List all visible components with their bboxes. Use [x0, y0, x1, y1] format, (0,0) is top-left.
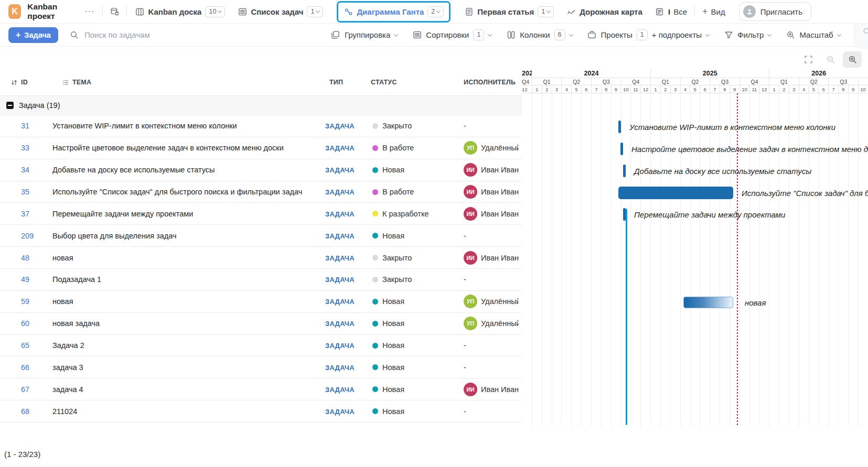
table-row[interactable]: 66задача 3ЗАДАЧАНовая-: [0, 356, 522, 378]
filter-dropdown[interactable]: Фильтр: [724, 30, 771, 40]
project-logo[interactable]: K: [8, 4, 21, 19]
task-id-link[interactable]: 48: [21, 254, 29, 262]
zoom-out-button[interactable]: [821, 51, 840, 68]
task-id-link[interactable]: 65: [21, 341, 29, 350]
gantt-bar-task-59[interactable]: [683, 297, 733, 308]
tab-Диаграмма Ганта[interactable]: Диаграмма Ганта2: [337, 1, 451, 23]
chevron-down-icon: [436, 8, 441, 13]
assignee-empty: -: [464, 122, 466, 130]
task-id-link[interactable]: 49: [21, 275, 29, 284]
add-view-button[interactable]: + Вид: [702, 6, 725, 17]
table-row[interactable]: 33Настройте цветовое выделение задач в к…: [0, 137, 522, 159]
table-row[interactable]: 68211024ЗАДАЧАНовая-: [0, 400, 522, 422]
column-header-topic[interactable]: ТЕМА: [62, 79, 91, 86]
tab-Первая статья[interactable]: Первая статья1: [464, 6, 554, 17]
grouping-dropdown[interactable]: Группировка: [331, 30, 398, 40]
task-id-link[interactable]: 37: [21, 210, 29, 218]
column-header-id[interactable]: ID: [10, 79, 28, 86]
gantt-month-label: 4: [561, 85, 571, 93]
table-row[interactable]: 67задача 4ЗАДАЧАНоваяИИИван Ивано: [0, 378, 522, 400]
project-title: Kanban проект: [27, 2, 79, 21]
task-topic: 211024: [52, 407, 77, 416]
task-id-link[interactable]: 33: [21, 144, 29, 152]
sorting-dropdown[interactable]: Сортировки 1: [412, 29, 491, 40]
columns-dropdown[interactable]: Колонки 6: [506, 29, 572, 40]
table-row[interactable]: 65Задача 2ЗАДАЧАНовая-: [0, 335, 522, 357]
table-row[interactable]: 59новаяЗАДАЧАНоваяУПУдалённый: [0, 291, 522, 313]
gantt-months-row: 1212345678910111212345678910111212345678…: [522, 85, 868, 93]
gantt-quarter-label: Q1: [650, 78, 680, 85]
gantt-month-label: 9: [848, 85, 858, 93]
task-assignee: -: [464, 275, 520, 284]
task-id-link[interactable]: 59: [21, 297, 29, 306]
column-header-type[interactable]: ТИП: [329, 79, 343, 86]
task-topic: Добавьте на доску все используемые стату…: [52, 166, 215, 174]
column-header-status[interactable]: СТАТУС: [371, 79, 397, 86]
task-id-link[interactable]: 66: [21, 363, 29, 372]
gantt-body: Установите WIP-лимит в контекстном меню …: [522, 93, 868, 426]
column-header-assignee[interactable]: ИСПОЛНИТЕЛЬ: [464, 79, 516, 86]
scale-dropdown[interactable]: Масштаб: [786, 30, 840, 40]
gantt-bar-task-31[interactable]: [618, 121, 621, 133]
view-tabs: Kanban доска10Список задач1Диаграмма Ган…: [135, 1, 671, 23]
gantt-month-label: 10: [620, 85, 630, 93]
task-id-link[interactable]: 35: [21, 188, 29, 196]
task-id-link[interactable]: 60: [21, 319, 29, 328]
all-tabs-button[interactable]: Все: [673, 7, 687, 16]
task-id-link[interactable]: 67: [21, 385, 29, 394]
task-topic: Подазадача 1: [52, 275, 101, 284]
avatar: ИИ: [464, 185, 477, 199]
task-id-link[interactable]: 34: [21, 166, 29, 174]
table-row[interactable]: 60новая задачаЗАДАЧАНоваяУПУдалённый: [0, 313, 522, 335]
tab-count-badge[interactable]: 1: [307, 6, 323, 17]
sort-arrows-icon[interactable]: [10, 79, 18, 86]
collapse-group-icon[interactable]: [6, 102, 14, 109]
gantt-month-label: 1: [650, 85, 660, 93]
task-assignee: ИИИван Ивано: [464, 207, 520, 221]
tab-count-badge[interactable]: 1: [538, 6, 554, 17]
database-lock-icon[interactable]: [110, 7, 119, 16]
tab-Kanban доска[interactable]: Kanban доска10: [135, 6, 226, 17]
task-topic: задача 3: [52, 363, 83, 372]
task-status: Новая: [372, 166, 404, 174]
task-type: ЗАДАЧА: [325, 363, 355, 371]
fullscreen-button[interactable]: [799, 51, 818, 68]
table-row[interactable]: 209Выбор цвета для выделения задачЗАДАЧА…: [0, 225, 522, 247]
gantt-controls: [799, 51, 862, 68]
avatar: ИИ: [464, 251, 477, 265]
task-id-link[interactable]: 68: [21, 407, 29, 416]
gantt-year-label: 2024: [532, 69, 650, 78]
gantt-bar-task-35[interactable]: [618, 187, 733, 199]
task-id-link[interactable]: 209: [21, 232, 34, 240]
gantt-bar-task-33[interactable]: [620, 143, 623, 155]
table-row[interactable]: 35Используйте "Список задач" для быстрог…: [0, 181, 522, 203]
invite-button[interactable]: Пригласить: [739, 2, 811, 21]
add-task-button[interactable]: + Задача: [8, 27, 58, 43]
task-type: ЗАДАЧА: [325, 320, 355, 328]
tab-Дорожная карта[interactable]: Дорожная карта: [566, 7, 642, 16]
gantt-gridline: [690, 93, 691, 426]
gantt-bar-task-37[interactable]: [623, 208, 626, 221]
divider: [694, 6, 695, 17]
task-assignee: УПУдалённый: [464, 141, 520, 155]
table-row[interactable]: 49Подазадача 1ЗАДАЧАЗакрыто-: [0, 269, 522, 291]
table-row[interactable]: 31Установите WIP-лимит в контекстном мен…: [0, 115, 522, 137]
tab-Список задач[interactable]: Список задач1: [238, 6, 323, 17]
task-status: Новая: [372, 232, 404, 240]
assignee-name: Иван Ивано: [481, 210, 519, 218]
tab-count-badge[interactable]: 2: [427, 6, 444, 17]
task-type: ЗАДАЧА: [325, 210, 355, 218]
task-id-link[interactable]: 31: [21, 122, 29, 130]
search-input[interactable]: [84, 30, 231, 39]
table-row[interactable]: 48новаяЗАДАЧАЗакрытоИИИван Ивано: [0, 247, 522, 269]
table-row[interactable]: 34Добавьте на доску все используемые ста…: [0, 159, 522, 181]
project-menu-button[interactable]: ···: [84, 6, 95, 17]
tab-Новости[interactable]: Новости: [655, 7, 671, 16]
table-row[interactable]: 37Перемещайте задачи между проектамиЗАДА…: [0, 203, 522, 225]
chevron-down-icon: [705, 32, 710, 36]
zoom-in-button[interactable]: [843, 51, 862, 68]
gantt-bar-task-34[interactable]: [623, 165, 626, 177]
projects-dropdown[interactable]: Проекты 1 + подпроекты: [587, 29, 710, 40]
save-view-button[interactable]: Сохранить вид: [854, 22, 868, 48]
tab-count-badge[interactable]: 10: [205, 6, 225, 17]
